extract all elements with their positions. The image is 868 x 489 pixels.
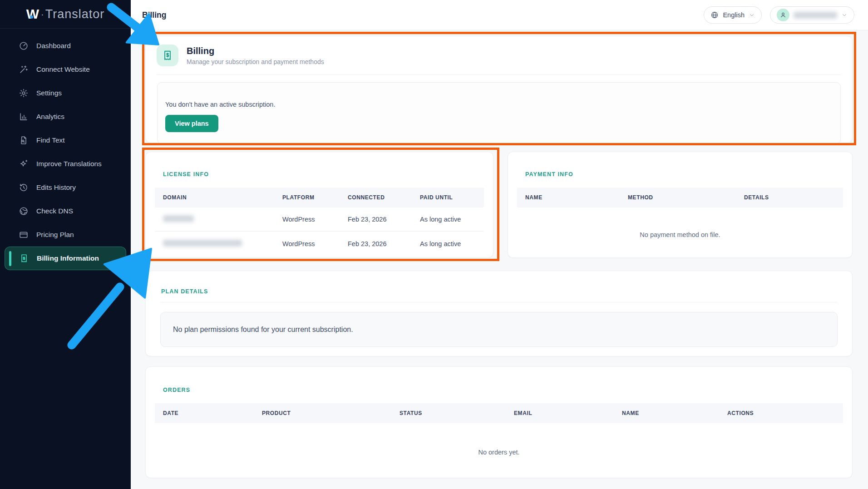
chevron-down-icon [841,12,848,18]
domain-redacted [163,240,242,247]
avatar [777,9,789,21]
sidebar-item-label: Improve Translations [36,160,102,168]
sidebar-item-billing-information[interactable]: $ Billing Information [5,247,126,270]
user-name-redacted [794,12,837,19]
table-row: WordPress Feb 23, 2026 As long active [155,232,484,256]
col-details: DETAILS [744,194,835,201]
col-platform: PLATFORM [282,194,348,201]
orders-empty-message: No orders yet. [155,449,843,456]
language-label: English [723,11,745,19]
sidebar-item-pricing-plan[interactable]: Pricing Plan [0,223,131,247]
domain-redacted [163,215,194,222]
history-clock-icon [19,183,29,193]
top-bar: Billing English [131,0,868,30]
billing-header-card: $ Billing Manage your subscription and p… [145,36,853,143]
col-connected: CONNECTED [348,194,420,201]
sidebar-item-connect-website[interactable]: Connect Website [0,58,131,81]
table-row: WordPress Feb 23, 2026 As long active [155,207,484,232]
sidebar: W·Translator Dashboard Connect Website S… [0,0,131,489]
col-date: DATE [163,410,262,416]
person-icon [779,11,787,19]
gear-icon [19,88,29,98]
plan-empty-message: No plan permissions found for your curre… [173,326,353,334]
sidebar-item-label: Dashboard [36,42,71,50]
view-plans-button[interactable]: View plans [165,115,218,132]
col-product: PRODUCT [262,410,399,416]
payment-empty-message: No payment method on file. [517,231,843,238]
sidebar-item-label: Connect Website [36,65,90,74]
col-email: EMAIL [514,410,622,416]
sidebar-item-find-text[interactable]: Find Text [0,128,131,152]
content-area: $ Billing Manage your subscription and p… [131,30,868,478]
bar-chart-icon [19,112,29,122]
license-table-header: DOMAIN PLATFORM CONNECTED PAID UNTIL [155,188,484,207]
orders-table-header: DATE PRODUCT STATUS EMAIL NAME ACTIONS [155,403,843,423]
page-title: Billing [142,10,166,20]
globe-icon [19,206,29,216]
plan-details-heading: PLAN DETAILS [160,280,838,302]
col-name: NAME [525,194,628,201]
dashboard-icon [19,41,29,51]
sidebar-item-label: Pricing Plan [36,231,74,239]
col-actions: ACTIONS [727,410,835,416]
sidebar-item-dashboard[interactable]: Dashboard [0,34,131,58]
sidebar-item-settings[interactable]: Settings [0,81,131,105]
sidebar-item-label: Settings [36,89,62,97]
plan-details-card: PLAN DETAILS No plan permissions found f… [145,271,853,356]
col-name: NAME [622,410,727,416]
magic-wand-icon [19,64,29,74]
svg-text:$: $ [23,256,25,261]
col-method: METHOD [628,194,744,201]
subscription-status-box: You don't have an active subscription. V… [157,82,841,144]
license-info-heading: LICENSE INFO [155,161,484,178]
sidebar-item-improve-translations[interactable]: Improve Translations [0,152,131,176]
receipt-icon: $ [157,44,178,66]
subscription-message: You don't have an active subscription. [165,101,840,108]
document-search-icon [19,135,29,145]
sidebar-item-edits-history[interactable]: Edits History [0,176,131,199]
sidebar-item-analytics[interactable]: Analytics [0,105,131,128]
svg-text:$: $ [166,53,169,58]
main-area: Billing English [131,0,868,489]
orders-heading: ORDERS [155,376,843,393]
plan-empty-box: No plan permissions found for your curre… [160,312,838,347]
sidebar-item-label: Find Text [36,136,65,144]
license-info-card: LICENSE INFO DOMAIN PLATFORM CONNECTED P… [145,152,493,258]
user-menu[interactable] [770,6,854,24]
sidebar-item-label: Billing Information [37,254,99,262]
billing-subtitle: Manage your subscription and payment met… [187,58,324,65]
payment-info-card: PAYMENT INFO NAME METHOD DETAILS No paym… [508,152,853,258]
credit-card-icon [19,230,29,240]
logo-text: Translator [45,7,105,21]
sidebar-item-check-dns[interactable]: Check DNS [0,199,131,223]
payment-table-header: NAME METHOD DETAILS [517,188,843,207]
logo-blue-dot [30,15,33,19]
orders-card: ORDERS DATE PRODUCT STATUS EMAIL NAME AC… [145,366,853,478]
receipt-icon: $ [19,253,29,263]
language-selector[interactable]: English [704,6,762,24]
logo-w-mark: W [26,6,39,22]
payment-info-heading: PAYMENT INFO [517,161,843,178]
sidebar-item-label: Analytics [36,113,64,121]
sparkle-icon [19,159,29,169]
sidebar-item-label: Edits History [36,183,76,192]
sidebar-item-label: Check DNS [36,207,73,215]
app-logo: W·Translator [0,0,131,29]
globe-icon [710,11,719,19]
col-domain: DOMAIN [163,194,282,201]
col-paid-until: PAID UNTIL [420,194,476,201]
sidebar-nav: Dashboard Connect Website Settings Analy… [0,29,131,270]
col-status: STATUS [399,410,514,416]
billing-title: Billing [187,46,324,56]
chevron-down-icon [749,12,755,18]
